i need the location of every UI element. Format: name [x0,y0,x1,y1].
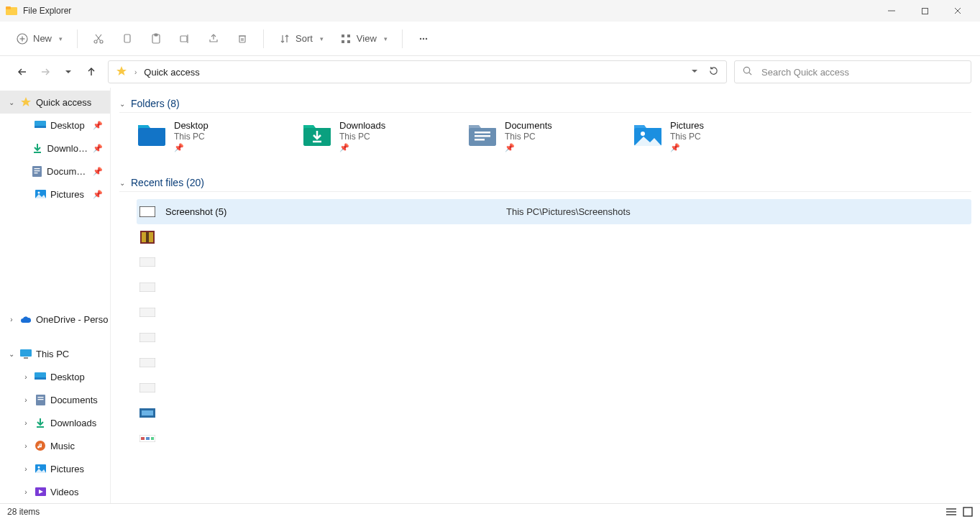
sidebar-item-pc-downloads[interactable]: › Downloads [0,411,110,434]
pin-icon: 📌 [93,190,103,199]
folder-item-documents[interactable]: Documents This PC 📌 [467,120,611,152]
paste-button[interactable] [144,27,168,51]
sidebar-item-onedrive[interactable]: › OneDrive - Perso [0,308,110,331]
trash-icon [236,32,249,45]
minimize-button[interactable] [875,0,908,22]
search-box[interactable] [734,60,971,83]
chevron-right-icon[interactable]: › [22,419,30,427]
details-view-button[interactable] [945,507,957,517]
recent-file-name: Screenshot (5) [165,206,496,217]
more-button[interactable] [411,27,436,51]
command-toolbar: New ▾ Sort ▾ View ▾ [0,22,980,56]
chevron-right-icon[interactable]: › [22,465,30,473]
pin-icon: 📌 [174,143,209,152]
pin-icon: 📌 [93,167,103,176]
forward-button[interactable] [39,65,52,78]
sidebar-item-desktop[interactable]: Desktop 📌 [0,114,110,137]
svg-rect-36 [35,170,40,171]
recent-file-row[interactable]: Screenshot (5) This PC\Pictures\Screensh… [137,199,971,224]
breadcrumb-location[interactable]: Quick access [144,67,199,78]
new-label: New [33,33,52,44]
recent-file-row[interactable] [137,300,971,325]
chevron-down-icon[interactable]: ⌄ [7,350,16,358]
chevron-down-icon[interactable] [691,67,698,77]
recent-file-row[interactable] [137,325,971,350]
svg-rect-25 [347,40,350,43]
svg-rect-69 [139,358,155,367]
svg-rect-22 [342,35,344,37]
desktop-icon [35,119,46,131]
sidebar-item-pc-videos[interactable]: › Videos [0,480,110,503]
recent-section-header[interactable]: ⌄ Recent files (20) [119,177,971,192]
sidebar-item-label: Pictures [50,464,84,474]
navigation-row: › Quick access [0,56,980,88]
recent-locations-button[interactable] [62,65,75,78]
maximize-button[interactable] [908,0,941,22]
sidebar-item-label: Downloads [50,418,96,428]
svg-line-12 [96,35,101,41]
view-button[interactable]: View ▾ [334,27,393,51]
chevron-right-icon[interactable]: › [22,488,30,496]
folder-name: Documents [505,120,552,131]
svg-rect-68 [139,333,155,342]
sidebar-item-pictures[interactable]: Pictures 📌 [0,183,110,206]
folder-item-downloads[interactable]: Downloads This PC 📌 [302,120,446,152]
svg-rect-64 [146,232,149,242]
recent-file-row[interactable] [137,375,971,400]
sidebar-item-pc-documents[interactable]: › Documents [0,388,110,411]
svg-rect-65 [139,257,155,267]
window-title: File Explorer [23,6,71,16]
sidebar-item-documents[interactable]: Documents 📌 [0,160,110,183]
svg-rect-15 [155,34,157,36]
toolbar-separator [402,29,403,48]
back-button[interactable] [16,65,29,78]
new-button[interactable]: New ▾ [10,27,68,51]
folder-item-pictures[interactable]: Pictures This PC 📌 [633,120,777,152]
svg-rect-70 [139,383,155,392]
recent-file-row[interactable] [137,224,971,249]
section-title: Recent files (20) [131,177,204,188]
folder-location: This PC [339,132,385,142]
svg-rect-1 [6,6,11,9]
recent-file-row[interactable] [137,400,971,426]
chevron-right-icon[interactable]: › [7,316,16,323]
share-button[interactable] [201,27,226,51]
sidebar-item-downloads[interactable]: Downloads 📌 [0,137,110,160]
sort-icon [278,32,291,45]
search-input[interactable] [760,66,963,78]
delete-button[interactable] [230,27,255,51]
recent-file-row[interactable] [137,275,971,300]
monitor-icon [20,348,32,359]
svg-point-9 [94,40,97,43]
sidebar-item-quick-access[interactable]: ⌄ Quick access [0,91,110,114]
up-button[interactable] [85,65,98,78]
scissors-icon [92,32,105,45]
status-item-count: 28 items [7,507,40,517]
sidebar-item-pc-desktop[interactable]: › Desktop [0,365,110,388]
folder-item-desktop[interactable]: Desktop This PC 📌 [137,120,280,152]
recent-file-row[interactable] [137,426,971,451]
sort-button[interactable]: Sort ▾ [273,27,329,51]
recent-file-row[interactable] [137,350,971,375]
sidebar-item-pc-pictures[interactable]: › Pictures [0,457,110,480]
sidebar-item-label: Desktop [50,372,85,382]
copy-button[interactable] [115,27,139,51]
folders-section-header[interactable]: ⌄ Folders (8) [119,98,971,113]
thumbnails-view-button[interactable] [963,507,973,517]
downloads-folder-icon [302,120,332,147]
chevron-right-icon[interactable]: › [22,442,30,450]
svg-rect-37 [35,173,38,173]
sidebar-item-label: Quick access [36,97,91,108]
recent-file-row[interactable] [137,249,971,275]
cut-button[interactable] [86,27,111,51]
chevron-right-icon[interactable]: › [22,373,30,381]
close-button[interactable] [941,0,974,22]
breadcrumb-separator: › [134,68,137,76]
refresh-button[interactable] [708,65,719,78]
chevron-down-icon[interactable]: ⌄ [7,98,16,106]
sidebar-item-pc-music[interactable]: › Music [0,434,110,457]
address-bar[interactable]: › Quick access [108,60,727,83]
chevron-right-icon[interactable]: › [22,396,30,404]
sidebar-item-this-pc[interactable]: ⌄ This PC [0,342,110,365]
rename-button[interactable] [173,27,197,51]
